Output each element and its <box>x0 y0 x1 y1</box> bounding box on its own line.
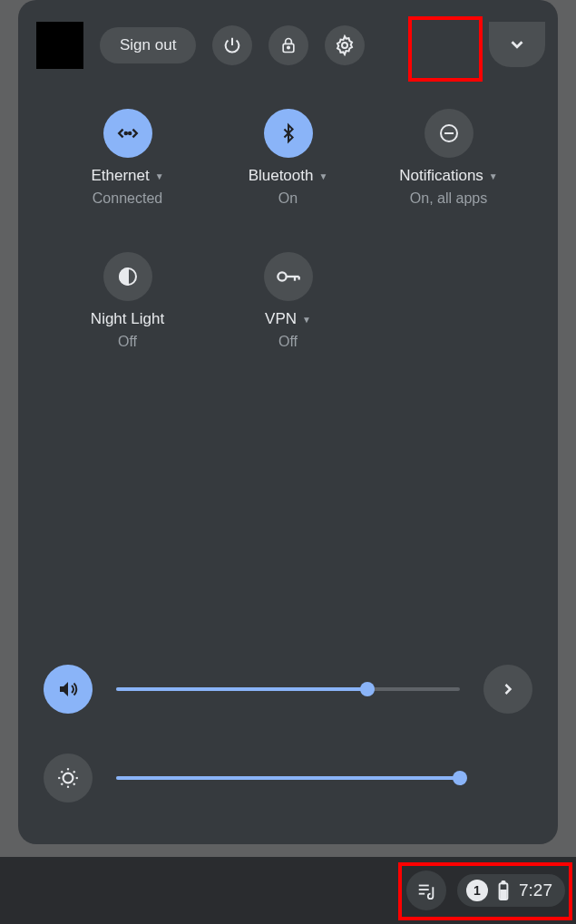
shelf: 1 7:27 <box>0 857 576 924</box>
volume-slider-fill <box>116 687 367 691</box>
lock-button[interactable] <box>268 25 308 65</box>
tile-vpn-label: VPN▼ <box>265 310 311 328</box>
tile-notifications-status: On, all apps <box>410 190 487 207</box>
svg-line-20 <box>73 771 75 773</box>
volume-slider[interactable] <box>116 687 460 691</box>
volume-slider-row <box>44 665 532 714</box>
tile-notifications[interactable]: Notifications▼ On, all apps <box>368 109 529 207</box>
brightness-slider-row <box>44 754 532 802</box>
collapse-button[interactable] <box>489 22 545 67</box>
header-row: Sign out <box>31 22 545 69</box>
tile-vpn[interactable]: VPN▼ Off <box>208 252 368 350</box>
tile-vpn-status: Off <box>278 334 298 350</box>
notification-count-badge: 1 <box>466 880 488 901</box>
tile-night-light-status: Off <box>118 334 137 350</box>
chevron-down-icon <box>507 34 527 54</box>
brightness-slider[interactable] <box>116 776 460 780</box>
clock: 7:27 <box>519 880 552 900</box>
tile-bluetooth-status: On <box>278 190 298 207</box>
bluetooth-icon <box>264 109 313 158</box>
volume-slider-thumb[interactable] <box>360 682 375 696</box>
svg-rect-26 <box>501 890 506 898</box>
brightness-icon-button[interactable] <box>44 754 93 802</box>
sign-out-button[interactable]: Sign out <box>100 27 196 63</box>
svg-point-3 <box>124 132 126 134</box>
svg-point-8 <box>278 272 286 280</box>
tile-bluetooth-label: Bluetooth▼ <box>249 167 328 185</box>
chevron-right-icon <box>499 680 517 698</box>
tile-bluetooth[interactable]: Bluetooth▼ On <box>208 109 368 207</box>
settings-button[interactable] <box>325 25 365 65</box>
quick-settings-panel: Sign out Ethernet▼ Connected Bluetooth▼ <box>18 0 558 844</box>
svg-point-1 <box>288 46 290 49</box>
ethernet-icon <box>103 109 152 158</box>
svg-line-18 <box>73 783 75 785</box>
gear-icon <box>334 34 356 56</box>
svg-point-2 <box>342 43 347 48</box>
battery-icon <box>497 880 510 900</box>
user-avatar[interactable] <box>36 22 83 69</box>
tile-ethernet[interactable]: Ethernet▼ Connected <box>47 109 208 207</box>
sliders-section <box>44 665 532 802</box>
volume-icon-button[interactable] <box>44 665 93 714</box>
svg-line-19 <box>61 783 63 785</box>
notifications-dnd-icon <box>425 109 473 158</box>
media-controls-button[interactable] <box>406 871 446 910</box>
tile-ethernet-label: Ethernet▼ <box>91 167 163 185</box>
night-light-icon <box>103 252 152 301</box>
brightness-icon <box>56 766 80 790</box>
status-area[interactable]: 1 7:27 <box>457 874 565 907</box>
tile-night-light-label: Night Light <box>91 310 164 328</box>
tile-ethernet-status: Connected <box>93 190 162 207</box>
speaker-icon <box>57 678 79 700</box>
tile-notifications-label: Notifications▼ <box>399 167 498 185</box>
vpn-key-icon <box>264 252 313 301</box>
audio-settings-expand[interactable] <box>483 665 532 714</box>
tile-night-light[interactable]: Night Light Off <box>47 252 208 350</box>
svg-point-12 <box>63 773 73 783</box>
svg-line-17 <box>61 771 63 773</box>
power-button[interactable] <box>212 25 252 65</box>
brightness-slider-thumb[interactable] <box>453 771 467 785</box>
brightness-slider-fill <box>116 776 460 780</box>
svg-point-4 <box>129 132 131 134</box>
quick-settings-tiles: Ethernet▼ Connected Bluetooth▼ On Notifi… <box>31 109 545 350</box>
lock-icon <box>279 35 298 55</box>
music-queue-icon <box>416 880 436 900</box>
svg-rect-25 <box>502 881 504 883</box>
power-icon <box>222 35 242 55</box>
